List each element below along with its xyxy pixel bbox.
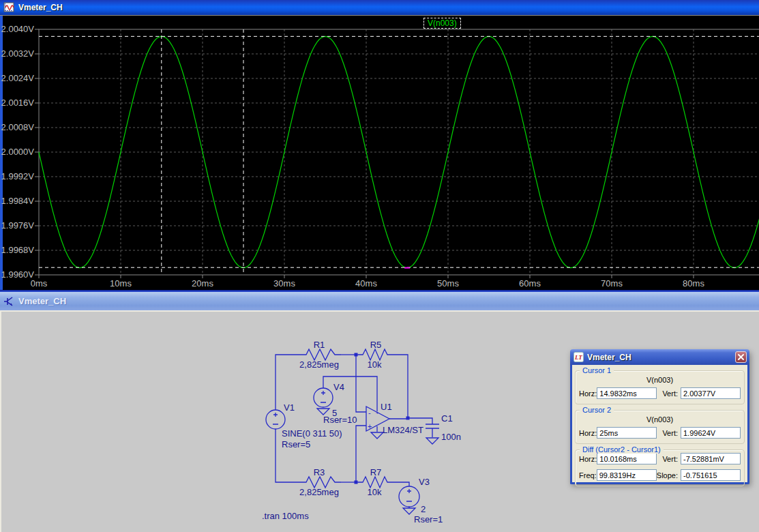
x-tick-label: 10ms — [110, 278, 132, 289]
diff-slope-field[interactable] — [681, 469, 741, 481]
x-tick-label: 0ms — [31, 278, 48, 289]
trace-legend[interactable]: V(n003) — [423, 18, 461, 29]
schematic-label-V1-value: SINE(0 311 50) — [282, 428, 342, 439]
schematic-label-sim-directive: .tran 100ms — [262, 511, 309, 521]
resistor-R3 — [300, 477, 341, 488]
resistor-R1 — [300, 349, 341, 360]
schematic-label-U1-value: LM324/ST — [383, 425, 423, 435]
x-axis: 0ms10ms20ms30ms40ms50ms60ms70ms80ms — [31, 275, 705, 289]
diff-group-title: Diff (Cursor2 - Cursor1) — [580, 445, 664, 454]
y-tick-label: 1.9960V — [1, 269, 35, 280]
cursor-dialog-titlebar[interactable]: LT Vmeter_CH — [570, 349, 749, 365]
cursor1-group: Cursor 1 V(n003) Horz: Vert: — [575, 370, 745, 404]
diff-horz-label: Horz: — [579, 455, 597, 463]
schematic-label-R3-ref: R3 — [314, 467, 325, 477]
cursor-dialog[interactable]: LT Vmeter_CH Cursor 1 V(n003) Horz: Vert… — [570, 350, 749, 484]
y-tick-label: 1.9976V — [1, 220, 35, 231]
diff-vert-label: Vert: — [657, 455, 678, 463]
cursor1-horz-label: Horz: — [579, 389, 597, 398]
y-tick-label: 2.0008V — [1, 122, 35, 132]
diff-freq-label: Freq: — [579, 471, 597, 479]
cursor2-vert-label: Vert: — [657, 429, 678, 437]
schematic-label-R3-value: 2,825meg — [299, 487, 339, 497]
resistor-R7 — [358, 477, 390, 488]
diff-vert-field[interactable] — [681, 453, 741, 464]
y-tick-label: 1.9968V — [1, 245, 35, 255]
ground-U1 — [371, 432, 383, 439]
x-tick-label: 50ms — [437, 278, 459, 289]
y-tick-label: 2.0032V — [1, 48, 35, 59]
schematic-label-R1-value: 2,825meg — [299, 359, 339, 370]
opamp-vplus-mark: + — [376, 410, 379, 416]
cursor-dialog-body: Cursor 1 V(n003) Horz: Vert: Cursor 2 V(… — [572, 365, 747, 482]
opamp-inverting-input-mark: - — [368, 409, 371, 417]
source-V4[interactable] — [314, 388, 333, 407]
schematic-label-R7-value: 10k — [368, 487, 382, 497]
schematic-labels: R12,825megR510kV1SINE(0 311 50)Rser=5V45… — [262, 340, 461, 524]
schematic-window-icon — [3, 296, 14, 307]
cursor1-group-title: Cursor 1 — [580, 366, 614, 374]
resistor-R5 — [358, 349, 390, 360]
plot-grid — [39, 29, 759, 275]
schematic-label-R5-ref: R5 — [370, 340, 382, 350]
schematic-label-V1-param: Rser=5 — [282, 439, 310, 449]
schematic-label-V3-value: 2 — [421, 504, 426, 514]
plot-svg[interactable]: 0ms10ms20ms30ms40ms50ms60ms70ms80ms2.004… — [0, 15, 759, 290]
schematic-window-title: Vmeter_CH — [18, 296, 66, 306]
close-icon[interactable] — [735, 351, 747, 363]
cursor1-signal: V(n003) — [576, 376, 744, 385]
schematic-label-V4-ref: V4 — [333, 382, 344, 392]
y-tick-label: 2.0000V — [1, 147, 35, 157]
diff-horz-field[interactable] — [597, 453, 657, 464]
waveform-window-title: Vmeter_CH — [18, 3, 63, 12]
y-tick-label: 2.0040V — [1, 24, 35, 34]
ground-V3 — [403, 508, 415, 514]
schematic-label-V3-param: Rser=1 — [414, 514, 443, 524]
cursor2-horz-field[interactable] — [597, 427, 657, 439]
x-tick-label: 20ms — [192, 278, 213, 289]
schematic-label-V1-ref: V1 — [284, 402, 295, 413]
y-axis: 2.0040V2.0032V2.0024V2.0016V2.0008V2.000… — [1, 24, 39, 280]
x-tick-label: 70ms — [601, 278, 623, 289]
schematic-label-R5-value: 10k — [368, 359, 382, 370]
waveform-window-titlebar[interactable]: Vmeter_CH — [0, 0, 759, 16]
x-tick-label: 30ms — [273, 278, 295, 289]
diff-group: Diff (Cursor2 - Cursor1) Horz: Vert: Fre… — [575, 449, 745, 486]
cursor2-horz-label: Horz: — [579, 429, 597, 437]
waveform-window: Vmeter_CH 0ms10ms20ms30ms40ms50ms60ms70m… — [0, 0, 759, 292]
y-tick-label: 1.9984V — [1, 196, 35, 206]
cursor1-vert-label: Vert: — [657, 389, 678, 398]
svg-text:LT: LT — [574, 354, 582, 361]
cursor2-signal: V(n003) — [576, 415, 744, 424]
schematic-label-C1-value: 100n — [441, 432, 461, 442]
y-tick-label: 1.9992V — [1, 171, 35, 181]
schematic-label-V4-param: Rser=10 — [323, 415, 357, 425]
ground-C1 — [426, 438, 438, 444]
ground-V4 — [317, 409, 329, 415]
y-tick-label: 2.0024V — [1, 73, 35, 83]
opamp-vminus-mark: - — [375, 422, 377, 428]
cursor1-horz-field[interactable] — [597, 387, 657, 399]
schematic-label-R7-ref: R7 — [370, 467, 382, 477]
cursor1-vert-field[interactable] — [681, 387, 741, 399]
x-tick-label: 60ms — [519, 278, 541, 289]
y-tick-label: 2.0016V — [1, 98, 35, 108]
cursor2-group: Cursor 2 V(n003) Horz: Vert: — [575, 410, 745, 444]
opamp-noninverting-input-mark: + — [368, 422, 372, 430]
schematic-label-C1-ref: C1 — [441, 413, 453, 424]
schematic-label-V3-ref: V3 — [419, 477, 430, 487]
source-V1[interactable] — [266, 410, 285, 429]
cursor2-vert-field[interactable] — [681, 427, 741, 439]
schematic-label-R1-ref: R1 — [314, 340, 325, 350]
schematic-window-titlebar[interactable]: Vmeter_CH — [0, 292, 759, 311]
ltspice-logo-icon: LT — [574, 352, 584, 362]
waveform-window-icon — [3, 2, 14, 13]
source-V3[interactable] — [399, 486, 419, 507]
x-tick-label: 80ms — [683, 278, 704, 289]
diff-freq-field[interactable] — [597, 469, 657, 481]
diff-slope-label: Slope: — [657, 471, 678, 479]
cursor-dialog-title: Vmeter_CH — [587, 353, 631, 362]
schematic-label-U1-ref: U1 — [381, 402, 392, 412]
cursor2-group-title: Cursor 2 — [580, 406, 614, 414]
x-tick-label: 40ms — [355, 278, 377, 289]
